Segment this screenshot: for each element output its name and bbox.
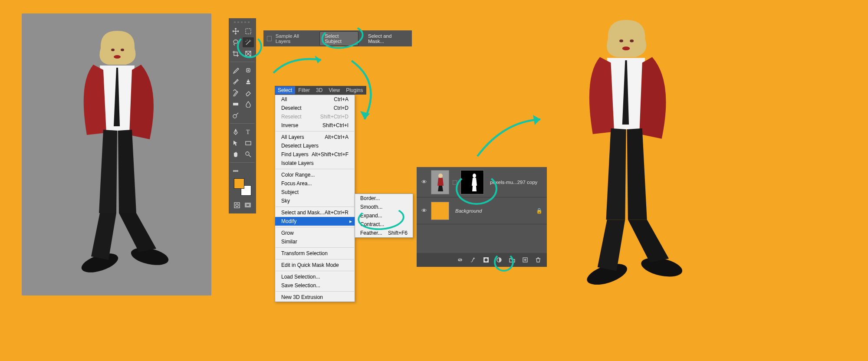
background-thumbnail[interactable]: [431, 202, 449, 220]
healing-brush-tool[interactable]: [243, 65, 254, 75]
menu-item-sky[interactable]: Sky: [275, 197, 355, 205]
layer-style-button[interactable]: [470, 256, 477, 263]
menu-item-similar[interactable]: Similar: [275, 237, 355, 246]
zoom-tool[interactable]: [243, 149, 254, 159]
type-tool[interactable]: T: [243, 127, 254, 137]
menu-item-focus-area[interactable]: Focus Area...: [275, 179, 355, 188]
link-layers-button[interactable]: [457, 256, 464, 263]
menu-item-color-range[interactable]: Color Range...: [275, 171, 355, 179]
menu-item-find-layers[interactable]: Find LayersAlt+Shift+Ctrl+F: [275, 150, 355, 159]
path-selection-tool[interactable]: [230, 138, 241, 148]
submenu-item-expand[interactable]: Expand...: [355, 211, 413, 220]
menu-item-new-3d-extrusion[interactable]: New 3D Extrusion: [275, 293, 355, 302]
delete-layer-button[interactable]: [535, 256, 542, 263]
menu-item-transform-selection[interactable]: Transform Selection: [275, 249, 355, 258]
layers-panel: 👁 ⬚ pexels-mu...297 copy 👁 Background 🔒: [417, 167, 547, 267]
menu-item-isolate-layers[interactable]: Isolate Layers: [275, 159, 355, 167]
svg-rect-19: [246, 141, 251, 145]
color-swatches[interactable]: [234, 178, 251, 196]
adjustment-layer-button[interactable]: [496, 256, 503, 263]
magic-wand-tool[interactable]: [243, 37, 254, 47]
svg-point-17: [233, 115, 237, 118]
link-icon[interactable]: ⬚: [453, 179, 457, 185]
svg-rect-16: [233, 103, 238, 105]
menu-item-reselect: ReselectShift+Ctrl+D: [275, 112, 355, 121]
gradient-tool[interactable]: [230, 99, 241, 109]
model-figure-cutout: [534, 15, 718, 289]
add-mask-button[interactable]: [483, 256, 490, 263]
menu-item-load-selection[interactable]: Load Selection...: [275, 272, 355, 281]
svg-point-22: [235, 170, 237, 171]
menu-filter[interactable]: Filter: [295, 86, 313, 94]
layer-row-background[interactable]: 👁 Background 🔒: [417, 197, 547, 224]
blur-tool[interactable]: [243, 99, 254, 109]
eraser-tool[interactable]: [243, 88, 254, 98]
quick-mask-toggle[interactable]: [231, 200, 243, 210]
menu-plugins[interactable]: Plugins: [343, 86, 366, 94]
eyedropper-tool[interactable]: [230, 65, 241, 75]
menu-item-deselect-layers[interactable]: Deselect Layers: [275, 141, 355, 150]
pen-tool[interactable]: [230, 127, 241, 137]
edit-toolbar[interactable]: [230, 166, 241, 176]
visibility-toggle[interactable]: 👁: [421, 179, 427, 185]
menu-view[interactable]: View: [326, 86, 343, 94]
submenu-item-feather[interactable]: Feather...Shift+F6: [355, 229, 413, 237]
svg-point-3: [114, 55, 121, 59]
layer-row-1[interactable]: 👁 ⬚ pexels-mu...297 copy: [417, 167, 547, 197]
modify-submenu: Border...Smooth...Expand...Contract...Fe…: [355, 194, 413, 238]
menu-item-all-layers[interactable]: All LayersAlt+Ctrl+A: [275, 133, 355, 141]
menu-item-all[interactable]: AllCtrl+A: [275, 95, 355, 104]
menu-item-deselect[interactable]: DeselectCtrl+D: [275, 104, 355, 112]
visibility-toggle[interactable]: 👁: [421, 207, 427, 214]
frame-tool[interactable]: [243, 49, 254, 59]
menu-select[interactable]: Select: [275, 86, 295, 94]
menu-item-modify[interactable]: Modify▸: [275, 217, 355, 226]
svg-marker-34: [315, 56, 321, 63]
source-photo: [22, 13, 211, 295]
submenu-item-smooth[interactable]: Smooth...: [355, 203, 413, 211]
menu-item-save-selection[interactable]: Save Selection...: [275, 281, 355, 290]
marquee-tool[interactable]: [243, 26, 254, 36]
submenu-item-border[interactable]: Border...: [355, 194, 413, 203]
layer-name[interactable]: pexels-mu...297 copy: [490, 180, 537, 185]
dodge-tool[interactable]: [230, 110, 241, 120]
history-brush-tool[interactable]: [230, 88, 241, 98]
menu-item-grow[interactable]: Grow: [275, 229, 355, 237]
new-layer-button[interactable]: [522, 256, 529, 263]
move-tool[interactable]: [230, 26, 241, 36]
sample-all-layers-checkbox[interactable]: [267, 36, 272, 41]
lock-icon[interactable]: 🔒: [536, 208, 542, 214]
svg-point-13: [233, 40, 238, 43]
menu-item-subject[interactable]: Subject: [275, 188, 355, 197]
sample-all-layers-label: Sample All Layers: [276, 33, 311, 44]
svg-point-2: [121, 49, 124, 51]
layer-thumbnail[interactable]: [431, 170, 449, 194]
menu-item-edit-in-quick-mask-mode[interactable]: Edit in Quick Mask Mode: [275, 261, 355, 269]
submenu-item-contract[interactable]: Contract...: [355, 220, 413, 229]
rectangle-tool[interactable]: [243, 138, 254, 148]
foreground-color[interactable]: [234, 178, 244, 189]
background-layer-name[interactable]: Background: [455, 208, 482, 213]
menu-item-select-and-mask[interactable]: Select and Mask...Alt+Ctrl+R: [275, 208, 355, 217]
menu-item-inverse[interactable]: InverseShift+Ctrl+I: [275, 121, 355, 130]
lasso-tool[interactable]: [230, 37, 241, 47]
svg-point-28: [438, 174, 443, 178]
svg-marker-35: [360, 111, 370, 119]
select-menu-dropdown: AllCtrl+ADeselectCtrl+DReselectShift+Ctr…: [275, 95, 355, 302]
svg-point-7: [619, 39, 623, 43]
screen-mode-toggle[interactable]: [243, 200, 254, 210]
hand-tool[interactable]: [230, 149, 241, 159]
result-cutout: [534, 15, 718, 289]
svg-rect-27: [246, 204, 250, 206]
group-button[interactable]: [509, 256, 516, 263]
toolbox-grip[interactable]: »»»»»: [230, 20, 255, 26]
layer-mask-thumbnail[interactable]: [460, 170, 484, 194]
select-and-mask-button[interactable]: Select and Mask...: [364, 32, 408, 46]
select-subject-button[interactable]: Select Subject: [319, 31, 358, 46]
brush-tool[interactable]: [230, 76, 241, 86]
crop-tool[interactable]: [230, 49, 241, 59]
menu-3d[interactable]: 3D: [313, 86, 326, 94]
clone-stamp-tool[interactable]: [243, 76, 254, 86]
svg-rect-24: [234, 203, 240, 208]
svg-point-31: [485, 259, 488, 262]
